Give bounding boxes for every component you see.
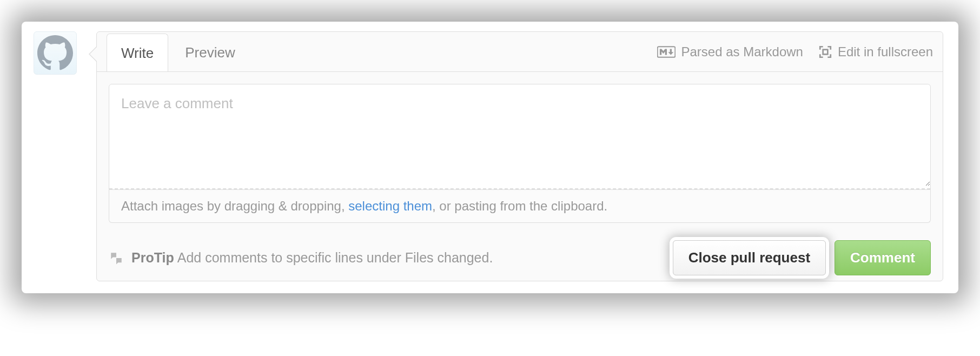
tab-write[interactable]: Write: [107, 34, 168, 71]
comment-wrapper: Write Preview Parsed as Markdown Edit in: [34, 31, 943, 281]
attach-hint[interactable]: Attach images by dragging & dropping, se…: [109, 190, 931, 223]
attach-hint-link[interactable]: selecting them: [348, 199, 432, 213]
textarea-wrap: [109, 84, 931, 190]
body-area: Attach images by dragging & dropping, se…: [97, 72, 943, 228]
fullscreen-hint-label: Edit in fullscreen: [838, 44, 933, 60]
fullscreen-icon: [818, 45, 832, 59]
attach-hint-suffix: , or pasting from the clipboard.: [432, 199, 607, 213]
avatar: [34, 31, 77, 75]
protip: ProTip Add comments to specific lines un…: [109, 250, 493, 266]
protip-icon: [109, 251, 124, 265]
comment-button[interactable]: Comment: [835, 240, 931, 275]
octocat-icon: [37, 35, 73, 71]
markdown-icon: [657, 46, 676, 58]
comment-box: Write Preview Parsed as Markdown Edit in: [96, 31, 943, 281]
protip-label: ProTip: [131, 250, 174, 266]
markdown-hint-label: Parsed as Markdown: [681, 44, 803, 60]
tabs-row: Write Preview Parsed as Markdown Edit in: [97, 32, 943, 72]
comment-input[interactable]: [109, 84, 930, 186]
protip-text: Add comments to specific lines under Fil…: [177, 250, 493, 266]
footer-row: ProTip Add comments to specific lines un…: [97, 228, 943, 281]
speech-arrow: [89, 47, 96, 62]
close-pull-request-button[interactable]: Close pull request: [673, 240, 826, 275]
fullscreen-hint[interactable]: Edit in fullscreen: [818, 44, 933, 60]
svg-rect-1: [823, 49, 828, 54]
comment-panel: Write Preview Parsed as Markdown Edit in: [22, 22, 958, 293]
tab-preview[interactable]: Preview: [170, 33, 249, 71]
markdown-hint[interactable]: Parsed as Markdown: [657, 44, 803, 60]
dashed-separator: [109, 188, 930, 189]
attach-hint-prefix: Attach images by dragging & dropping,: [121, 199, 348, 213]
